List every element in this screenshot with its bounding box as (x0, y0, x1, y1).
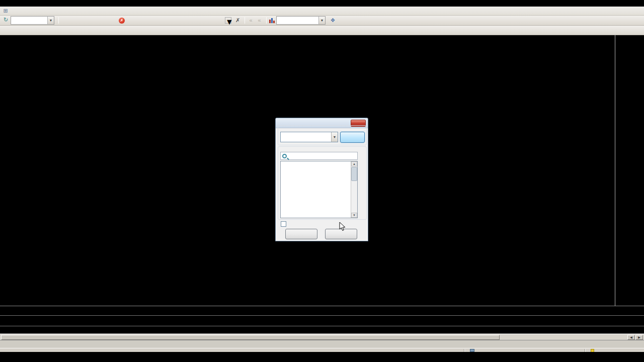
instrument-combo[interactable]: ▼ (276, 16, 326, 25)
scrollbar-thumb[interactable] (1, 335, 500, 340)
clear-message-button[interactable]: ✗ (233, 17, 242, 24)
refresh-icon[interactable]: ↻ (2, 16, 10, 24)
error-icon: ✗ (119, 18, 125, 24)
toolbar-chart (0, 26, 644, 35)
chart-type-search-input[interactable] (280, 152, 358, 160)
history-forward-icon[interactable]: « (255, 17, 264, 24)
instrument-info-icon[interactable]: ❖ (329, 17, 337, 24)
scroll-left-icon[interactable]: ◀ (627, 335, 635, 340)
screen: ⊞ ↻ ▼ ✗ ▼ ✗ « « ▼ ❖ (0, 0, 644, 362)
new-area-checkbox-row (281, 221, 288, 227)
mouse-cursor (339, 222, 346, 232)
instrument-chart-icon[interactable] (269, 18, 275, 23)
price-axis (615, 35, 644, 306)
tab-bar (0, 340, 644, 348)
letterbox-bottom (0, 352, 644, 362)
scroll-down-icon[interactable]: ▼ (351, 213, 357, 218)
new-area-checkbox[interactable] (281, 221, 286, 227)
list-scrollbar[interactable]: ▲ ▼ (351, 161, 357, 218)
add-chart-dialog: ▼ ▲ ▼ (275, 118, 368, 241)
chart-scrollbar[interactable]: ◀ ▶ (0, 334, 644, 340)
menubar: ⊞ (0, 7, 644, 16)
app-icon: ⊞ (2, 8, 10, 14)
chevron-down-icon[interactable]: ▼ (318, 17, 325, 24)
search-icon (282, 154, 287, 158)
scroll-up-icon[interactable]: ▲ (351, 161, 357, 166)
message-dropdown-icon[interactable]: ▼ (225, 17, 231, 24)
month-axis (0, 326, 644, 334)
toolbar-main: ↻ ▼ ✗ ▼ ✗ « « ▼ ❖ (0, 16, 644, 26)
list-scroll-thumb[interactable] (351, 167, 357, 181)
chart-type-list: ▲ ▼ (280, 161, 358, 218)
data-source-combo[interactable]: ▼ (280, 132, 338, 142)
chevron-down-icon[interactable]: ▼ (47, 17, 54, 24)
chevron-down-icon[interactable]: ▼ (331, 132, 338, 142)
time-axis (0, 315, 644, 326)
add-button[interactable] (285, 229, 317, 239)
account-combo[interactable]: ▼ (11, 16, 54, 25)
chart-legend (0, 306, 644, 315)
history-back-icon[interactable]: « (247, 17, 255, 24)
scroll-right-icon[interactable]: ▶ (635, 335, 643, 340)
letterbox-top (0, 0, 644, 7)
new-source-button[interactable] (340, 132, 365, 143)
